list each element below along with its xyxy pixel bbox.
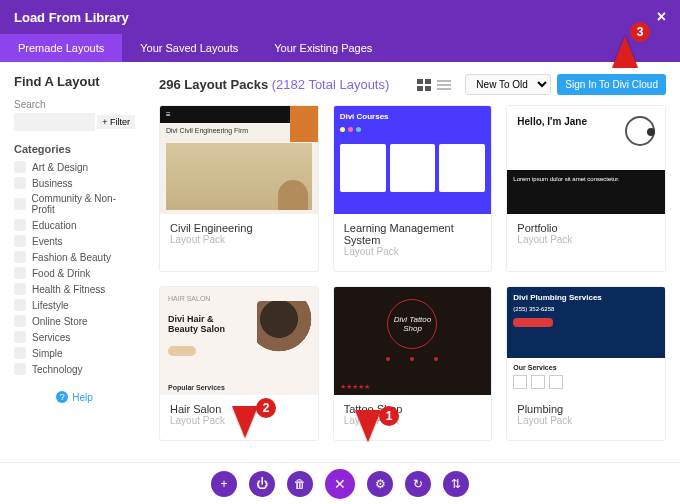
tab-bar: Premade Layouts Your Saved Layouts Your … bbox=[0, 34, 680, 62]
checkbox-icon[interactable] bbox=[14, 315, 26, 327]
filter-button[interactable]: + Filter bbox=[97, 115, 135, 129]
layout-subtitle: Layout Pack bbox=[170, 415, 308, 426]
layout-title: Tattoo Shop bbox=[344, 403, 482, 415]
layout-title: Learning Management System bbox=[344, 222, 482, 246]
help-icon: ? bbox=[56, 391, 68, 403]
history-button[interactable]: ↻ bbox=[405, 471, 431, 497]
layout-card[interactable]: Divi Tattoo Shop ★★★★★ Tattoo Shop Layou… bbox=[333, 286, 493, 441]
add-button[interactable]: + bbox=[211, 471, 237, 497]
category-item[interactable]: Lifestyle bbox=[14, 297, 135, 313]
checkbox-icon[interactable] bbox=[14, 177, 26, 189]
builder-toolbar: + ⏻ 🗑 ✕ ⚙ ↻ ⇅ bbox=[0, 462, 680, 504]
category-item[interactable]: Education bbox=[14, 217, 135, 233]
category-item[interactable]: Services bbox=[14, 329, 135, 345]
category-item[interactable]: Events bbox=[14, 233, 135, 249]
checkbox-icon[interactable] bbox=[14, 235, 26, 247]
sort-select[interactable]: New To Old bbox=[465, 74, 551, 95]
layout-title: Hair Salon bbox=[170, 403, 308, 415]
layout-thumbnail: Divi Courses bbox=[334, 106, 492, 214]
close-builder-button[interactable]: ✕ bbox=[325, 469, 355, 499]
checkbox-icon[interactable] bbox=[14, 363, 26, 375]
settings-button[interactable]: ⚙ bbox=[367, 471, 393, 497]
search-label: Search bbox=[14, 99, 135, 110]
category-list: Art & Design Business Community & Non-Pr… bbox=[14, 159, 135, 377]
checkbox-icon[interactable] bbox=[14, 251, 26, 263]
layout-card[interactable]: Divi Plumbing Services (255) 352-6258 Ou… bbox=[506, 286, 666, 441]
grid-view-icon[interactable] bbox=[417, 79, 431, 91]
checkbox-icon[interactable] bbox=[14, 347, 26, 359]
layout-thumbnail: ≡⋯ Divi Civil Engineering Firm bbox=[160, 106, 318, 214]
layout-grid: ≡⋯ Divi Civil Engineering Firm Civil Eng… bbox=[159, 105, 666, 441]
tab-existing-pages[interactable]: Your Existing Pages bbox=[256, 34, 390, 62]
layout-subtitle: Layout Pack bbox=[170, 234, 308, 245]
content-area: 296 Layout Packs (2182 Total Layouts) Ne… bbox=[145, 62, 680, 492]
close-icon[interactable]: × bbox=[657, 8, 666, 26]
power-button[interactable]: ⏻ bbox=[249, 471, 275, 497]
category-item[interactable]: Simple bbox=[14, 345, 135, 361]
layout-thumbnail: Hello, I'm Jane Lorem ipsum dolor sit am… bbox=[507, 106, 665, 214]
sort-button[interactable]: ⇅ bbox=[443, 471, 469, 497]
tab-saved-layouts[interactable]: Your Saved Layouts bbox=[122, 34, 256, 62]
tab-premade-layouts[interactable]: Premade Layouts bbox=[0, 34, 122, 62]
layout-thumbnail: Divi Tattoo Shop ★★★★★ bbox=[334, 287, 492, 395]
checkbox-icon[interactable] bbox=[14, 161, 26, 173]
help-link[interactable]: ? Help bbox=[14, 391, 135, 403]
layout-card[interactable]: HAIR SALON Divi Hair & Beauty Salon Popu… bbox=[159, 286, 319, 441]
checkbox-icon[interactable] bbox=[14, 267, 26, 279]
list-view-icon[interactable] bbox=[437, 79, 451, 91]
category-item[interactable]: Business bbox=[14, 175, 135, 191]
checkbox-icon[interactable] bbox=[14, 283, 26, 295]
checkbox-icon[interactable] bbox=[14, 198, 26, 210]
category-item[interactable]: Fashion & Beauty bbox=[14, 249, 135, 265]
category-item[interactable]: Community & Non-Profit bbox=[14, 191, 135, 217]
layout-thumbnail: HAIR SALON Divi Hair & Beauty Salon Popu… bbox=[160, 287, 318, 395]
search-input[interactable] bbox=[14, 113, 95, 131]
title-bar: Load From Library × bbox=[0, 0, 680, 34]
layout-card[interactable]: Divi Courses Learning Management System … bbox=[333, 105, 493, 272]
layout-subtitle: Layout Pack bbox=[344, 246, 482, 257]
checkbox-icon[interactable] bbox=[14, 299, 26, 311]
results-count: 296 Layout Packs (2182 Total Layouts) bbox=[159, 77, 389, 92]
modal-title: Load From Library bbox=[14, 10, 129, 25]
layout-title: Portfolio bbox=[517, 222, 655, 234]
signin-button[interactable]: Sign In To Divi Cloud bbox=[557, 74, 666, 95]
category-item[interactable]: Health & Fitness bbox=[14, 281, 135, 297]
sidebar: Find A Layout Search + Filter Categories… bbox=[0, 62, 145, 492]
checkbox-icon[interactable] bbox=[14, 331, 26, 343]
layout-subtitle: Layout Pack bbox=[517, 415, 655, 426]
layout-card[interactable]: ≡⋯ Divi Civil Engineering Firm Civil Eng… bbox=[159, 105, 319, 272]
category-item[interactable]: Food & Drink bbox=[14, 265, 135, 281]
sidebar-heading: Find A Layout bbox=[14, 74, 135, 89]
category-item[interactable]: Technology bbox=[14, 361, 135, 377]
layout-title: Plumbing bbox=[517, 403, 655, 415]
layout-subtitle: Layout Pack bbox=[344, 415, 482, 426]
category-item[interactable]: Online Store bbox=[14, 313, 135, 329]
category-item[interactable]: Art & Design bbox=[14, 159, 135, 175]
layout-subtitle: Layout Pack bbox=[517, 234, 655, 245]
layout-card[interactable]: Hello, I'm Jane Lorem ipsum dolor sit am… bbox=[506, 105, 666, 272]
checkbox-icon[interactable] bbox=[14, 219, 26, 231]
layout-title: Civil Engineering bbox=[170, 222, 308, 234]
categories-label: Categories bbox=[14, 143, 135, 155]
view-toggle bbox=[417, 79, 451, 91]
trash-button[interactable]: 🗑 bbox=[287, 471, 313, 497]
layout-thumbnail: Divi Plumbing Services (255) 352-6258 Ou… bbox=[507, 287, 665, 395]
